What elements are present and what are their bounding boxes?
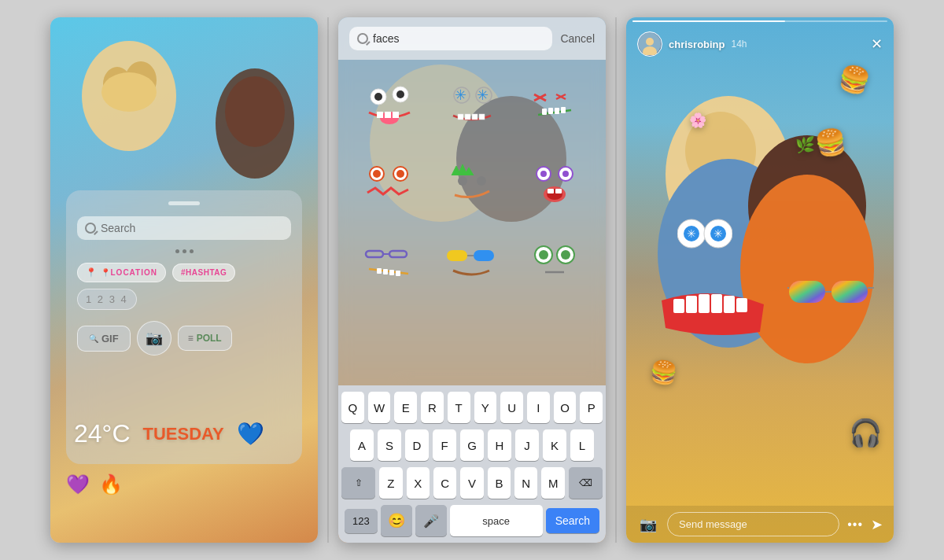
screens-container: Search 📍 📍LOCATION #HASHTAG 1 2 3 4 <box>35 0 909 560</box>
send-message-label: Send message <box>679 518 747 530</box>
face-sticker-3[interactable] <box>517 71 593 142</box>
send-message-input[interactable]: Send message <box>667 512 839 536</box>
key-l[interactable]: L <box>570 429 594 461</box>
sticker-search-bar[interactable]: Search <box>77 216 291 240</box>
key-b[interactable]: B <box>488 467 511 499</box>
key-x[interactable]: X <box>407 467 430 499</box>
key-e[interactable]: E <box>394 392 417 423</box>
key-z[interactable]: Z <box>379 467 402 499</box>
svg-rect-51 <box>383 269 388 274</box>
face-svg-5 <box>444 160 500 207</box>
face-sticker-4[interactable] <box>351 148 427 219</box>
key-a[interactable]: A <box>350 429 374 461</box>
key-k[interactable]: K <box>543 429 566 461</box>
key-delete[interactable]: ⌫ <box>569 467 603 499</box>
camera-sticker[interactable]: 📷 <box>137 321 171 356</box>
key-123[interactable]: 123 <box>345 509 378 533</box>
svg-point-3 <box>101 72 157 112</box>
burger-sticker-3: 🍔 <box>648 358 679 388</box>
key-shift[interactable]: ⇧ <box>341 467 375 499</box>
search-button[interactable]: Search <box>546 508 599 533</box>
screen-2: faces Cancel <box>338 17 606 543</box>
story-header: chrisrobinp 14h ✕ <box>626 17 894 64</box>
svg-line-49 <box>369 269 408 274</box>
key-h[interactable]: H <box>488 429 511 461</box>
key-f[interactable]: F <box>433 429 456 461</box>
key-mic[interactable]: 🎤 <box>415 505 447 536</box>
key-u[interactable]: U <box>500 392 523 423</box>
face-sticker-1[interactable] <box>351 71 427 142</box>
screen-1: Search 📍 📍LOCATION #HASHTAG 1 2 3 4 <box>50 17 318 543</box>
face-sticker-9[interactable] <box>517 225 593 296</box>
svg-point-39 <box>540 171 547 177</box>
svg-rect-45 <box>555 189 562 193</box>
svg-point-35 <box>396 170 404 178</box>
svg-rect-46 <box>366 251 383 257</box>
poll-sticker[interactable]: ≡ POLL <box>178 326 232 351</box>
keyboard-row-1: Q W E R T Y U I O P <box>341 392 603 423</box>
username: chrisrobinp <box>669 39 725 50</box>
divider-1 <box>327 17 329 543</box>
search-input-bar[interactable]: faces <box>349 27 552 50</box>
day-label: TUESDAY <box>143 424 224 444</box>
key-i[interactable]: I <box>527 392 550 423</box>
key-o[interactable]: O <box>554 392 577 423</box>
burger-sticker-2: 🍔 <box>813 125 849 160</box>
close-button[interactable]: ✕ <box>871 35 883 53</box>
svg-rect-14 <box>385 112 391 118</box>
key-r[interactable]: R <box>421 392 444 423</box>
key-c[interactable]: C <box>433 467 456 499</box>
location-sticker[interactable]: 📍 📍LOCATION <box>77 263 166 282</box>
bottom-stickers: 💜 🔥 <box>66 473 302 496</box>
key-s[interactable]: S <box>378 429 401 461</box>
key-v[interactable]: V <box>460 467 483 499</box>
key-w[interactable]: W <box>368 392 391 423</box>
more-options-button[interactable]: ••• <box>847 518 863 532</box>
cancel-button[interactable]: Cancel <box>560 32 595 45</box>
svg-text:✳: ✳ <box>714 227 723 240</box>
send-button[interactable]: ➤ <box>871 516 883 533</box>
face-sticker-6[interactable] <box>517 148 593 219</box>
face-sticker-5[interactable] <box>433 148 510 219</box>
svg-rect-15 <box>393 112 399 118</box>
number-sticker[interactable]: 1 2 3 4 <box>77 289 137 310</box>
key-j[interactable]: J <box>515 429 539 461</box>
face-svg-1 <box>361 83 418 130</box>
key-q[interactable]: Q <box>341 392 364 423</box>
svg-rect-13 <box>377 112 383 118</box>
face-sticker-grid: ✳ ✳ <box>338 58 606 330</box>
svg-rect-31 <box>561 107 566 113</box>
glasses-sticker <box>787 277 874 311</box>
face-sticker-7[interactable] <box>351 225 427 296</box>
mouth-sticker <box>658 285 768 343</box>
key-d[interactable]: D <box>405 429 429 461</box>
number-label: 1 2 3 4 <box>86 293 128 305</box>
svg-point-9 <box>374 93 382 101</box>
key-n[interactable]: N <box>514 467 537 499</box>
key-space[interactable]: space <box>450 505 543 536</box>
face-sticker-8[interactable] <box>433 225 510 296</box>
camera-icon: 📷 <box>146 330 163 347</box>
key-m[interactable]: M <box>541 467 564 499</box>
face-sticker-2[interactable]: ✳ ✳ <box>433 71 510 142</box>
key-emoji[interactable]: 😊 <box>381 505 412 536</box>
time-ago: 14h <box>732 39 747 50</box>
sticker-row-1: 📍 📍LOCATION #HASHTAG 1 2 3 4 <box>77 263 291 310</box>
gif-sticker[interactable]: 🔍 GIF <box>77 326 131 352</box>
keyboard-row-3: ⇧ Z X C V B N M ⌫ <box>341 467 603 499</box>
drag-handle[interactable] <box>168 201 200 205</box>
svg-rect-76 <box>673 299 684 313</box>
key-g[interactable]: G <box>460 429 484 461</box>
camera-button[interactable]: 📷 <box>637 514 659 536</box>
flower-sticker: 🌸 <box>689 112 706 129</box>
svg-point-60 <box>561 250 570 260</box>
svg-point-41 <box>562 171 569 177</box>
hashtag-sticker[interactable]: #HASHTAG <box>172 263 235 282</box>
headphones-sticker: 🎧 <box>849 417 882 448</box>
face-svg-4 <box>361 160 418 207</box>
key-t[interactable]: T <box>448 392 470 423</box>
svg-point-58 <box>539 250 548 260</box>
svg-rect-20 <box>458 114 463 120</box>
key-y[interactable]: Y <box>474 392 497 423</box>
key-p[interactable]: P <box>580 392 603 423</box>
